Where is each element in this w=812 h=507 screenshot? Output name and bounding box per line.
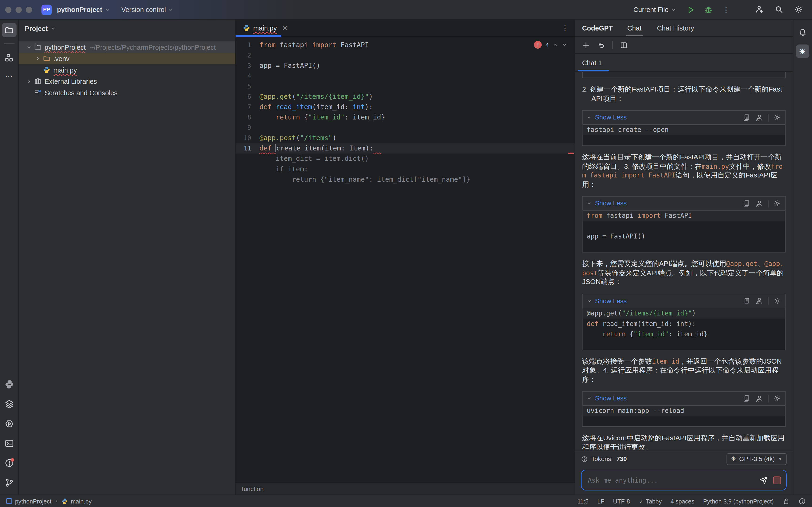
statusbar-file[interactable]: main.py	[71, 498, 92, 504]
breadcrumb-scope[interactable]: function	[242, 485, 264, 492]
services-layers-icon[interactable]	[4, 399, 14, 409]
copy-code-icon[interactable]	[743, 297, 750, 304]
chevron-down-icon[interactable]	[587, 298, 592, 303]
run-icon[interactable]	[686, 4, 696, 15]
more-tool-windows-icon[interactable]: ⋯	[2, 69, 16, 83]
show-less-toggle[interactable]: Show Less	[595, 200, 627, 207]
chat-session-tab[interactable]: Chat 1	[582, 54, 602, 71]
run-configuration-selector[interactable]: Current File	[633, 6, 676, 13]
statusbar-item-11-5[interactable]: 11:5	[577, 498, 588, 504]
python-console-icon[interactable]	[4, 419, 14, 429]
problems-icon[interactable]	[4, 458, 14, 468]
error-stripe-mark[interactable]	[568, 153, 574, 154]
copy-code-icon[interactable]	[743, 200, 750, 207]
codegpt-tool-icon[interactable]: ✳	[796, 45, 809, 58]
copy-code-icon[interactable]	[743, 114, 750, 121]
chevron-right-icon[interactable]	[34, 56, 42, 61]
chat-messages[interactable]: 2. 创建一个新的FastAPI项目：运行以下命令来创建一个新的FastAPI项…	[575, 72, 793, 449]
code-line[interactable]: 6@app.get("/items/{item_id}")	[236, 92, 575, 102]
ghost-code-line[interactable]: if item:	[236, 164, 575, 174]
window-minimize-button[interactable]	[15, 7, 21, 13]
close-tab-icon[interactable]: ✕	[282, 24, 288, 32]
tree-item-scratches-and-consoles[interactable]: Scratches and Consoles	[18, 87, 235, 98]
code-line[interactable]: 8 return {"item_id": item_id}	[236, 112, 575, 122]
code-line[interactable]: 9	[236, 122, 575, 133]
chat-input[interactable]: Ask me anything...	[581, 470, 786, 490]
chevron-down-icon[interactable]	[587, 201, 592, 206]
statusbar-project[interactable]: pythonProject	[15, 498, 51, 504]
undo-icon[interactable]	[597, 41, 605, 49]
tab-chat[interactable]: Chat	[626, 24, 642, 36]
split-view-icon[interactable]	[620, 41, 627, 49]
chevron-down-icon[interactable]	[51, 26, 56, 31]
code-line[interactable]: 4	[236, 71, 575, 81]
code-line[interactable]: 11def create_item(item: Item):	[236, 144, 575, 154]
notifications-bell-icon[interactable]	[796, 26, 809, 39]
code-line[interactable]: 3app = FastAPI()	[236, 61, 575, 71]
debug-icon[interactable]	[703, 4, 714, 15]
more-actions-icon[interactable]: ⋮	[721, 4, 731, 15]
tab-options-icon[interactable]: ⋮	[561, 24, 569, 32]
send-icon[interactable]	[759, 476, 768, 485]
event-log-icon[interactable]	[799, 497, 806, 505]
inspection-widget[interactable]: ! 4	[534, 41, 568, 49]
code-block-body[interactable]: @app.get("/items/{item_id}")def read_ite…	[583, 307, 785, 349]
help-circle-icon[interactable]	[581, 456, 588, 462]
show-less-toggle[interactable]: Show Less	[595, 114, 627, 121]
tree-item-main-py[interactable]: main.py	[18, 64, 235, 75]
gear-icon[interactable]	[774, 395, 781, 402]
tree-item-external-libraries[interactable]: External Libraries	[18, 75, 235, 87]
code-block-body[interactable]: fastapi create --open	[583, 124, 785, 145]
new-chat-icon[interactable]	[582, 41, 590, 49]
project-tool-icon[interactable]	[2, 23, 16, 37]
statusbar-item-tabby[interactable]: ✓Tabby	[639, 497, 662, 505]
code-block-body[interactable]: from fastapi import FastAPIapp = FastAPI…	[583, 210, 785, 252]
prev-error-icon[interactable]	[553, 42, 558, 48]
statusbar-item-python-3-9-pythonproject-[interactable]: Python 3.9 (pythonProject)	[703, 498, 774, 504]
tree-item--venv[interactable]: .venv	[18, 53, 235, 64]
gear-icon[interactable]	[774, 200, 781, 207]
statusbar-item-utf-8[interactable]: UTF-8	[613, 498, 630, 504]
code-line[interactable]: 1from fastapi import FastAPI	[236, 40, 575, 50]
window-close-button[interactable]	[5, 7, 11, 13]
insert-code-icon[interactable]: A	[755, 297, 763, 305]
code-line[interactable]: 5	[236, 81, 575, 92]
insert-code-icon[interactable]: A	[755, 200, 763, 207]
next-error-icon[interactable]	[562, 42, 567, 48]
structure-tool-icon[interactable]	[2, 50, 16, 65]
code-line[interactable]: 10@app.post("/items")	[236, 133, 575, 143]
tree-item-pythonproject[interactable]: pythonProject~/Projects/PycharmProjects/…	[18, 41, 235, 53]
chevron-down-icon[interactable]	[25, 45, 33, 50]
add-user-icon[interactable]	[754, 4, 764, 15]
insert-code-icon[interactable]: A	[755, 114, 763, 121]
gear-icon[interactable]	[774, 114, 781, 121]
window-maximize-button[interactable]	[26, 7, 32, 13]
model-selector[interactable]: ✳ GPT-3.5 (4k) ▼	[727, 453, 786, 465]
stop-generation-icon[interactable]	[773, 476, 781, 484]
copy-code-icon[interactable]	[743, 395, 750, 402]
ghost-code-line[interactable]: return {"item_name": item_dict["item_nam…	[236, 174, 575, 185]
code-block-body[interactable]: uvicorn main:app --reload	[583, 405, 785, 426]
tab-main-py[interactable]: main.py ✕	[236, 20, 293, 36]
project-name-menu[interactable]: pythonProject	[57, 6, 110, 13]
statusbar-item-4-spaces[interactable]: 4 spaces	[670, 498, 694, 504]
show-less-toggle[interactable]: Show Less	[595, 297, 627, 304]
settings-gear-icon[interactable]	[794, 4, 804, 15]
write-access-lock-icon[interactable]	[782, 497, 790, 505]
code-line[interactable]: 2	[236, 50, 575, 61]
python-packages-icon[interactable]	[4, 380, 14, 389]
git-branch-icon[interactable]	[4, 478, 14, 488]
version-control-menu[interactable]: Version control	[121, 6, 174, 13]
code-editor[interactable]: ! 4 1from fastapi import FastAPI23app = …	[236, 37, 575, 482]
chevron-down-icon[interactable]	[587, 396, 592, 401]
statusbar-item-lf[interactable]: LF	[597, 498, 604, 504]
search-icon[interactable]	[774, 4, 784, 15]
chevron-right-icon[interactable]	[25, 78, 33, 84]
ghost-code-line[interactable]: item_dict = item.dict()	[236, 154, 575, 164]
terminal-icon[interactable]	[4, 439, 14, 448]
code-line[interactable]: 7def read_item(item_id: int):	[236, 102, 575, 112]
gear-icon[interactable]	[774, 297, 781, 304]
chevron-down-icon[interactable]	[587, 115, 592, 120]
insert-code-icon[interactable]: A	[755, 395, 763, 402]
tab-chat-history[interactable]: Chat History	[656, 24, 695, 36]
